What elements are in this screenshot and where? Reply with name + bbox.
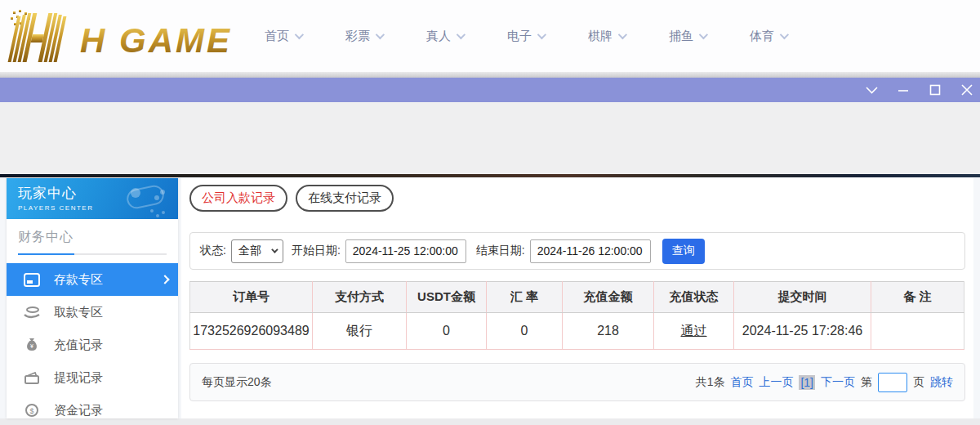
- cell-recharge-amount: 218: [563, 313, 654, 350]
- total-count-text: 共1条: [696, 375, 725, 390]
- player-center-sidebar: 玩家中心 PLAYERS CENTER 财务中心 存款专区: [7, 178, 178, 418]
- withdraw-hand-icon: [23, 305, 41, 320]
- hh-game-logo-graphic: H GAME: [5, 7, 242, 65]
- nav-label: 真人: [426, 29, 451, 44]
- svg-text:$: $: [29, 406, 33, 414]
- cell-usdt-amount: 0: [407, 313, 487, 350]
- chevron-down-icon: [780, 30, 789, 39]
- record-tabs: 公司入款记录 在线支付记录: [189, 185, 965, 212]
- col-submit-time: 提交时间: [734, 282, 871, 313]
- pagination-controls: 共1条 首页 上一页 [1] 下一页 第 页 跳转: [696, 373, 953, 392]
- sidebar-item-label: 充值记录: [54, 338, 103, 353]
- table-header-row: 订单号 支付方式 USDT金额 汇 率 充值金额 充值状态 提交时间 备 注: [190, 282, 964, 313]
- cell-exchange-rate: 0: [487, 313, 563, 350]
- sidebar-item-recharge-records[interactable]: ¥ 充值记录: [7, 329, 178, 361]
- filter-bar: 状态: 全部 开始日期: 结束日期: 查询: [189, 232, 965, 270]
- chevron-right-icon: [160, 275, 169, 284]
- gamepad-icon: [116, 180, 175, 217]
- current-page-indicator: [1]: [799, 375, 815, 390]
- sidebar-item-withdrawal-records[interactable]: 提现记录: [7, 361, 178, 394]
- nav-item-home[interactable]: 首页: [265, 29, 301, 44]
- section-underline: [18, 253, 167, 255]
- chevron-down-icon: [457, 30, 466, 39]
- nav-label: 首页: [265, 29, 289, 44]
- end-date-label: 结束日期:: [476, 244, 525, 258]
- status-select-value: 全部: [238, 244, 261, 258]
- main-nav: 首页 彩票 真人 电子 棋牌 捕鱼 体育: [265, 29, 786, 44]
- collapse-chevron-icon[interactable]: [865, 83, 878, 96]
- prev-page-link[interactable]: 上一页: [759, 375, 793, 390]
- deposit-card-icon: [23, 272, 41, 287]
- records-panel: 公司入款记录 在线支付记录 状态: 全部 开始日期: 结束日期: 查询 订单号 …: [181, 178, 973, 418]
- chevron-down-icon: [271, 246, 278, 253]
- jump-button[interactable]: 跳转: [930, 375, 953, 390]
- empty-content-zone: [0, 102, 980, 174]
- chevron-down-icon: [618, 30, 627, 39]
- nav-label: 体育: [750, 29, 774, 44]
- chevron-down-icon: [537, 30, 546, 39]
- maximize-icon[interactable]: [929, 83, 942, 96]
- page-number-input[interactable]: [878, 373, 907, 392]
- sidebar-item-funds-records[interactable]: $ 资金记录: [7, 394, 178, 418]
- svg-text:¥: ¥: [30, 343, 33, 349]
- top-header: H GAME 首页 彩票 真人 电子 棋牌 捕鱼 体育: [0, 0, 980, 72]
- tab-company-deposit-records[interactable]: 公司入款记录: [189, 185, 287, 212]
- table-row: 1732526926093489 银行 0 0 218 通过 2024-11-2…: [190, 313, 964, 350]
- nav-label: 彩票: [345, 29, 370, 44]
- chevron-down-icon: [376, 30, 385, 39]
- coins-icon: $: [23, 403, 41, 418]
- chevron-down-icon: [699, 30, 708, 39]
- nav-item-chess[interactable]: 棋牌: [588, 29, 625, 44]
- cell-submit-time: 2024-11-25 17:28:46: [734, 313, 871, 350]
- sidebar-item-label: 取款专区: [54, 305, 103, 320]
- pagination-bar: 每页显示20条 共1条 首页 上一页 [1] 下一页 第 页 跳转: [189, 363, 965, 401]
- nav-item-sports[interactable]: 体育: [750, 29, 786, 44]
- sidebar-menu: 存款专区 取款专区 ¥ 充值记录 提现记录 $ 资金记录: [7, 263, 178, 418]
- nav-item-fishing[interactable]: 捕鱼: [669, 29, 706, 44]
- col-pay-method: 支付方式: [313, 282, 407, 313]
- chevron-down-icon: [295, 30, 304, 39]
- col-recharge-status: 充值状态: [654, 282, 734, 313]
- sidebar-item-deposit-zone[interactable]: 存款专区: [7, 263, 178, 296]
- nav-item-lottery[interactable]: 彩票: [345, 29, 382, 44]
- finance-section: 财务中心: [7, 219, 178, 255]
- bottom-strip: [0, 418, 980, 425]
- jump-suffix-text: 页: [913, 375, 924, 390]
- query-button[interactable]: 查询: [662, 239, 705, 264]
- logo-text: H GAME: [80, 21, 232, 60]
- deposit-records-table: 订单号 支付方式 USDT金额 汇 率 充值金额 充值状态 提交时间 备 注 1…: [189, 281, 964, 350]
- nav-item-live[interactable]: 真人: [426, 29, 463, 44]
- sidebar-item-withdraw-zone[interactable]: 取款专区: [7, 296, 178, 329]
- window-titlebar: [0, 78, 980, 102]
- status-select[interactable]: 全部: [231, 239, 283, 263]
- start-date-input[interactable]: [345, 239, 466, 263]
- status-label: 状态:: [200, 244, 226, 258]
- minimize-icon[interactable]: [897, 83, 910, 96]
- per-page-text: 每页显示20条: [202, 375, 272, 390]
- status-passed-link[interactable]: 通过: [681, 324, 707, 338]
- sidebar-item-label: 资金记录: [54, 403, 103, 418]
- col-recharge-amount: 充值金额: [563, 282, 654, 313]
- cell-recharge-status: 通过: [654, 313, 734, 350]
- nav-label: 棋牌: [588, 29, 612, 44]
- hh-game-logo[interactable]: H GAME: [5, 6, 250, 66]
- col-remark: 备 注: [871, 282, 964, 313]
- end-date-input[interactable]: [530, 239, 651, 263]
- col-exchange-rate: 汇 率: [487, 282, 563, 313]
- cell-order-no: 1732526926093489: [190, 313, 313, 350]
- col-order-no: 订单号: [190, 282, 313, 313]
- finance-section-title: 财务中心: [18, 229, 167, 246]
- next-page-link[interactable]: 下一页: [821, 375, 855, 390]
- wallet-icon: [23, 370, 41, 385]
- col-usdt-amount: USDT金额: [407, 282, 487, 313]
- nav-label: 捕鱼: [669, 29, 693, 44]
- tab-online-payment-records[interactable]: 在线支付记录: [296, 185, 394, 212]
- first-page-link[interactable]: 首页: [730, 375, 753, 390]
- nav-item-slots[interactable]: 电子: [507, 29, 544, 44]
- close-icon[interactable]: [960, 83, 973, 96]
- sidebar-header: 玩家中心 PLAYERS CENTER: [7, 178, 178, 219]
- header-shadow-strip: [0, 72, 980, 78]
- cell-remark: [871, 313, 964, 350]
- sidebar-item-label: 存款专区: [54, 272, 103, 288]
- nav-label: 电子: [507, 29, 532, 44]
